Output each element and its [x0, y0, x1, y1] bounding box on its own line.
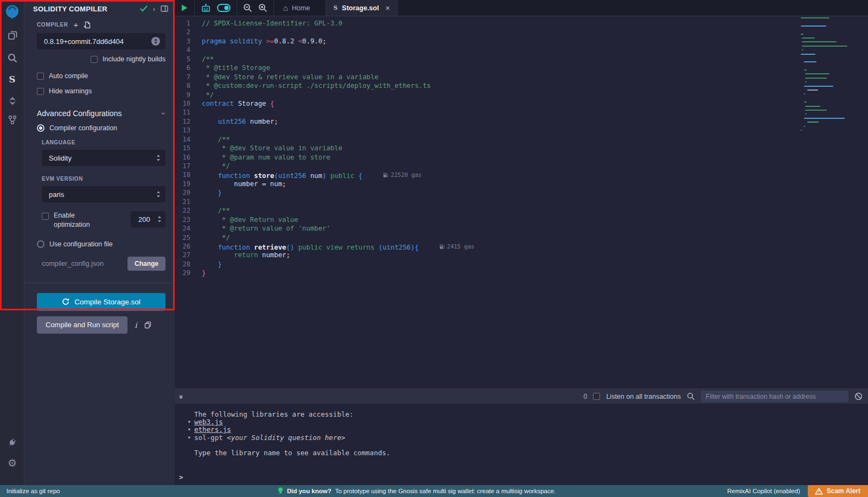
terminal-lines: The following libraries are accessible:w…: [194, 411, 868, 457]
code-line[interactable]: 22 /**: [175, 206, 868, 215]
line-number: 12: [175, 117, 202, 126]
run-script-play-button[interactable]: [175, 0, 195, 16]
line-number: 2: [175, 28, 202, 36]
import-compiler-icon[interactable]: [84, 21, 91, 29]
code-line[interactable]: 9 */: [175, 91, 868, 99]
code-line[interactable]: 13: [175, 126, 868, 135]
code-line[interactable]: 14 /**: [175, 135, 868, 144]
code-line[interactable]: 7 * @dev Store & retrieve value in a var…: [175, 73, 868, 81]
code-line[interactable]: 27 return number;: [175, 251, 868, 259]
optimization-runs-input[interactable]: 200: [131, 211, 165, 227]
code-line[interactable]: 20 }: [175, 188, 868, 197]
code-line[interactable]: 8 * @custom:dev-run-script ./scripts/dep…: [175, 81, 868, 90]
code-line[interactable]: 19 number = num;: [175, 180, 868, 188]
compiler-configuration-radio[interactable]: [37, 124, 44, 132]
zoom-in-icon[interactable]: [258, 3, 267, 12]
code-line[interactable]: 11: [175, 108, 868, 117]
code-line[interactable]: 10contract Storage {: [175, 99, 868, 108]
line-number: 6: [175, 63, 202, 72]
line-number: 5: [175, 55, 202, 63]
remix-ide-window: S ⚙ SOLIDITY COMPILER: [0, 0, 868, 497]
code-line[interactable]: 16 * @param num value to store: [175, 153, 868, 162]
code-line[interactable]: 24 * @return value of 'number': [175, 224, 868, 233]
info-icon[interactable]: i: [135, 321, 137, 329]
code-line[interactable]: 28 }: [175, 260, 868, 269]
code-line[interactable]: 4: [175, 46, 868, 54]
code-line[interactable]: 15 * @dev Store value in variable: [175, 144, 868, 152]
search-icon[interactable]: [0, 49, 24, 67]
status-bar: Initialize as git repo Did you know? To …: [0, 485, 868, 497]
code-line[interactable]: 2: [175, 28, 868, 36]
enable-optimization-checkbox[interactable]: [42, 213, 49, 220]
solidity-compiler-icon[interactable]: S: [0, 70, 24, 88]
line-number: 24: [175, 224, 202, 233]
tab-storage-sol[interactable]: S Storage.sol ×: [326, 0, 397, 16]
language-select[interactable]: Solidity: [42, 150, 165, 166]
activity-bar: S ⚙: [0, 0, 24, 485]
terminal-prompt[interactable]: >: [179, 474, 183, 481]
terminal-output[interactable]: The following libraries are accessible:w…: [175, 404, 868, 485]
copilot-toggle[interactable]: [217, 4, 231, 12]
code-line[interactable]: 25 */: [175, 233, 868, 242]
line-number: 18: [175, 170, 202, 179]
add-custom-compiler-icon[interactable]: +: [74, 21, 79, 29]
deploy-and-run-icon[interactable]: [0, 92, 24, 110]
main-area: ⌂ Home S Storage.sol × 1// SPDX-License-…: [175, 0, 868, 485]
line-number: 22: [175, 206, 202, 215]
line-number: 8: [175, 81, 202, 90]
use-configuration-file-radio[interactable]: [37, 240, 44, 248]
pin-side-panel-icon[interactable]: [161, 5, 168, 12]
terminal-library-link[interactable]: web3.js: [194, 418, 223, 426]
git-init-status[interactable]: Initialize as git repo: [7, 488, 60, 494]
code-line[interactable]: 26 function retrieve() public view retur…: [175, 242, 868, 251]
code-line[interactable]: 17 */: [175, 162, 868, 170]
clear-console-icon[interactable]: [854, 392, 863, 400]
copy-icon[interactable]: [144, 321, 151, 329]
advanced-configurations-toggle[interactable]: Advanced Configurations ›: [37, 109, 165, 118]
terminal-library-link[interactable]: ethers.js: [194, 425, 231, 434]
copilot-status[interactable]: RemixAI Copilot (enabled): [727, 488, 800, 494]
terminal-collapse-icon[interactable]: »: [177, 395, 186, 398]
editor-minimap[interactable]: [801, 17, 861, 133]
code-line[interactable]: 5/**: [175, 55, 868, 63]
panel-forward-icon[interactable]: ›: [153, 5, 155, 13]
file-explorer-icon[interactable]: [0, 26, 24, 44]
compile-and-run-button[interactable]: Compile and Run script: [37, 316, 127, 334]
line-number: 15: [175, 144, 202, 152]
tab-home[interactable]: ⌂ Home: [274, 0, 319, 16]
code-line[interactable]: 6 * @title Storage: [175, 63, 868, 72]
change-config-button[interactable]: Change: [127, 257, 165, 271]
nightly-builds-label: Include nightly builds: [103, 55, 165, 63]
code-line[interactable]: 12 uint256 number;: [175, 117, 868, 126]
remix-logo-icon[interactable]: [3, 3, 21, 21]
line-number: 19: [175, 180, 202, 188]
code-line[interactable]: 1// SPDX-License-Identifier: GPL-3.0: [175, 19, 868, 28]
remixai-assistant-icon[interactable]: [201, 3, 211, 13]
nightly-builds-checkbox[interactable]: [91, 56, 98, 63]
select-arrows-icon: [157, 191, 160, 197]
settings-gear-icon[interactable]: ⚙: [0, 454, 24, 472]
auto-compile-checkbox[interactable]: [37, 73, 44, 80]
plugin-manager-icon[interactable]: [0, 433, 24, 451]
compiler-version-select[interactable]: 0.8.19+commit.7dd6d404: [37, 33, 165, 49]
transaction-filter-input[interactable]: [701, 391, 848, 402]
listen-transactions-checkbox[interactable]: [593, 393, 600, 400]
terminal-line: Type the library name to see available c…: [194, 449, 868, 457]
auto-compile-label: Auto compile: [49, 72, 88, 80]
scam-alert-badge[interactable]: Scam Alert: [808, 485, 868, 497]
solidity-file-icon: S: [333, 4, 337, 11]
language-label: LANGUAGE: [42, 139, 165, 145]
compiler-section-label: COMPILER: [37, 22, 68, 28]
code-editor[interactable]: 1// SPDX-License-Identifier: GPL-3.023pr…: [175, 16, 868, 388]
code-line[interactable]: 23 * @dev Return value: [175, 215, 868, 224]
code-line[interactable]: 3pragma solidity >=0.8.2 <0.9.0;: [175, 37, 868, 46]
plugin-connect-icon[interactable]: [0, 111, 24, 129]
close-tab-icon[interactable]: ×: [385, 4, 390, 12]
code-line[interactable]: 21: [175, 197, 868, 206]
compile-button[interactable]: Compile Storage.sol: [37, 293, 165, 311]
code-line[interactable]: 18 function store(uint256 num) public {2…: [175, 170, 868, 179]
zoom-out-icon[interactable]: [243, 3, 252, 12]
hide-warnings-checkbox[interactable]: [37, 88, 44, 95]
evm-version-select[interactable]: paris: [42, 186, 165, 202]
code-line[interactable]: 29}: [175, 269, 868, 277]
